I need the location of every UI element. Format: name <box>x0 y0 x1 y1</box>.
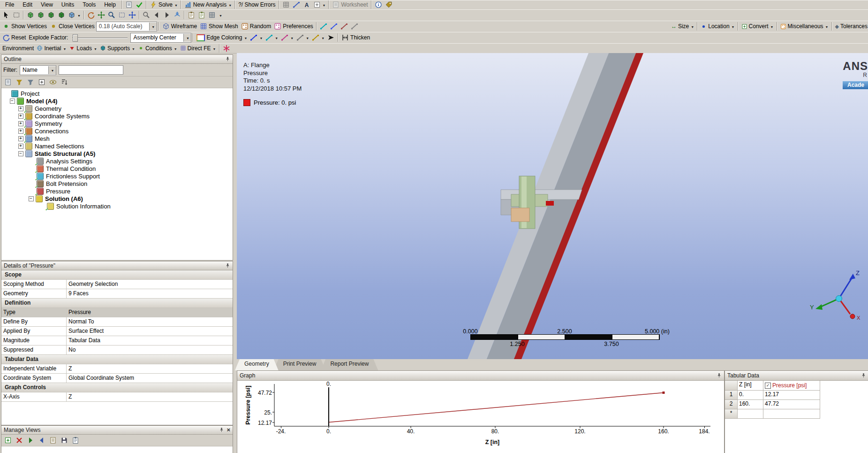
views-list[interactable] <box>1 446 233 453</box>
expand-all-button[interactable] <box>37 77 47 87</box>
convert-menu-button[interactable]: Convert <box>740 22 775 31</box>
details-panel-header[interactable]: Details of "Pressure" <box>1 261 233 270</box>
y-axis-arrow[interactable] <box>815 304 823 310</box>
chevron-down-icon[interactable] <box>77 12 81 18</box>
pressure-value-cell[interactable]: 47.72 <box>763 400 820 409</box>
z-value-cell[interactable]: 0. <box>738 391 763 400</box>
sort-button[interactable] <box>59 77 69 87</box>
key-assignments-button[interactable] <box>384 0 394 9</box>
pressure-value-cell[interactable] <box>763 409 820 419</box>
details-row[interactable]: X-AxisZ <box>1 392 233 402</box>
chevron-down-icon[interactable] <box>93 45 97 52</box>
tab-print-preview[interactable]: Print Preview <box>274 359 326 370</box>
tree-item-project[interactable]: Project <box>1 90 233 97</box>
rotate-button[interactable] <box>86 10 96 20</box>
tree-item-solution[interactable]: Solution (A6) <box>1 195 233 202</box>
chevron-down-icon[interactable] <box>322 1 326 8</box>
more-tools-button[interactable] <box>217 10 224 20</box>
extend-selection-button[interactable] <box>67 10 82 20</box>
chevron-down-icon[interactable] <box>305 34 309 41</box>
pressure-value-cell[interactable]: 12.17 <box>763 391 820 400</box>
graphics-viewport[interactable]: A: Flange Pressure Time: 0. s 12/12/2018… <box>237 53 868 359</box>
details-row[interactable]: MagnitudeTabular Data <box>1 336 233 346</box>
tab-report-preview[interactable]: Report Preview <box>321 359 378 370</box>
chevron-down-icon[interactable] <box>243 34 247 41</box>
delete-view-button[interactable] <box>14 436 24 445</box>
chevron-down-icon[interactable] <box>219 12 222 18</box>
close-vertices-button[interactable]: Close Vertices <box>48 22 96 31</box>
edge-direction-button-3[interactable] <box>279 33 295 42</box>
show-hidden-bodies-button[interactable] <box>48 77 58 87</box>
create-view-button[interactable] <box>3 436 13 445</box>
edge-joints-button-1[interactable] <box>318 22 329 31</box>
direction-arrow-button[interactable] <box>326 33 336 42</box>
close-icon[interactable] <box>226 427 230 433</box>
solve-button[interactable]: Solve <box>148 0 179 9</box>
worksheet-toggle-button[interactable] <box>124 0 134 9</box>
pin-icon[interactable] <box>225 263 230 269</box>
fit-button[interactable] <box>127 10 137 20</box>
rescale-annotation-button[interactable] <box>186 10 196 20</box>
chevron-down-icon[interactable] <box>62 45 66 52</box>
selection-information-button[interactable] <box>373 0 384 9</box>
direct-fe-menu-button[interactable]: Direct FE <box>179 44 218 53</box>
collapse-icon[interactable] <box>18 151 23 156</box>
chevron-down-icon[interactable] <box>770 23 774 30</box>
details-row[interactable]: Scoping MethodGeometry Selection <box>1 280 233 289</box>
edge-joints-button-3[interactable] <box>339 22 349 31</box>
chevron-down-icon[interactable] <box>690 23 694 30</box>
menu-file[interactable]: File <box>1 0 18 9</box>
tree-item-model[interactable]: Model (A4) <box>1 97 233 105</box>
tab-geometry[interactable]: Geometry <box>235 359 279 370</box>
pressure-column-header[interactable]: Pressure [psi] <box>763 381 820 391</box>
tree-item-named-selections[interactable]: Named Selections <box>1 142 233 150</box>
tolerances-button[interactable]: ◆ Tolerances <box>834 22 868 31</box>
menu-help[interactable]: Help <box>100 0 120 9</box>
iso-view-button[interactable] <box>172 10 182 20</box>
edge-direction-button-5[interactable] <box>310 33 326 42</box>
preferences-button[interactable]: Preferences <box>272 22 315 31</box>
pin-icon[interactable] <box>225 56 230 62</box>
menu-tools[interactable]: Tools <box>78 0 100 9</box>
combo-dropdown-button[interactable] <box>183 34 191 42</box>
select-bodies-filter[interactable] <box>56 10 67 20</box>
box-select-button[interactable] <box>11 10 22 20</box>
details-row[interactable]: SuppressedNo <box>1 346 233 355</box>
combo-dropdown-button[interactable] <box>149 23 157 31</box>
tabular-panel-header[interactable]: Tabular Data <box>725 371 868 381</box>
assembly-center-select[interactable]: Assembly Center <box>130 33 191 43</box>
pin-icon[interactable] <box>219 427 224 433</box>
tree-item-coordinate-systems[interactable]: Coordinate Systems <box>1 112 233 120</box>
select-vertices-filter[interactable] <box>25 10 36 20</box>
details-row[interactable]: Independent VariableZ <box>1 364 233 374</box>
zoom-button[interactable] <box>106 10 117 20</box>
outline-panel-header[interactable]: Outline <box>1 55 233 64</box>
triad-center-ball[interactable] <box>836 296 842 302</box>
thicken-button[interactable]: Thicken <box>340 33 371 42</box>
expand-icon[interactable] <box>18 144 23 149</box>
z-value-cell[interactable]: 160. <box>738 400 763 409</box>
select-faces-filter[interactable] <box>46 10 56 20</box>
chevron-down-icon[interactable] <box>174 45 177 52</box>
new-analysis-button[interactable]: New Analysis <box>183 0 233 9</box>
annotation-options-button[interactable] <box>312 0 327 9</box>
chevron-down-icon[interactable] <box>174 1 178 8</box>
slider-handle[interactable] <box>73 34 78 42</box>
chevron-down-icon[interactable] <box>259 34 263 41</box>
location-menu-button[interactable]: Location <box>699 22 736 31</box>
chevron-down-icon[interactable] <box>321 34 325 41</box>
explode-factor-slider[interactable] <box>72 34 128 41</box>
rename-view-button[interactable] <box>48 436 58 445</box>
zoom-box-button[interactable] <box>117 10 127 20</box>
expand-icon[interactable] <box>18 121 23 126</box>
details-row[interactable]: Coordinate SystemGlobal Coordinate Syste… <box>1 374 233 383</box>
details-row[interactable]: Applied BySurface Effect <box>1 327 233 336</box>
pan-button[interactable] <box>96 10 106 20</box>
tree-item-analysis-settings[interactable]: Analysis Settings <box>1 157 233 165</box>
pin-icon[interactable] <box>861 373 866 378</box>
tree-item-geometry[interactable]: Geometry <box>1 105 233 112</box>
filter-type-select[interactable]: Name <box>20 65 56 75</box>
outline-worksheet-button[interactable] <box>3 77 13 87</box>
z-value-cell[interactable] <box>738 409 763 419</box>
details-row-type[interactable]: TypePressure <box>1 308 233 317</box>
